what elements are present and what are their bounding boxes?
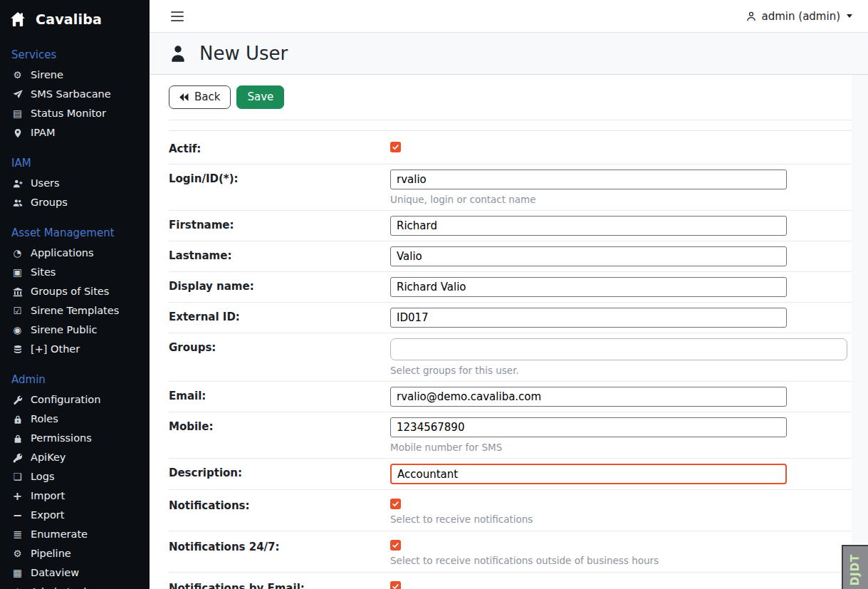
sidebar-section-asset-management: Asset Management ◔ Applications ▣ Sites … — [0, 223, 150, 359]
database-icon — [11, 345, 23, 355]
section-header-asset-management: Asset Management — [0, 223, 150, 244]
field-label: Email: — [169, 387, 390, 407]
field-label: Actif: — [169, 140, 390, 155]
description-input[interactable] — [390, 464, 787, 484]
gears-icon: ⚙ — [11, 548, 23, 560]
back-button[interactable]: Back — [169, 85, 231, 109]
topbar: admin (admin) — [150, 0, 868, 33]
firstname-input[interactable] — [390, 216, 787, 236]
plus-icon: + — [11, 490, 23, 502]
sidebar-item-sms-sarbacane[interactable]: SMS Sarbacane — [0, 85, 150, 104]
save-button[interactable]: Save — [236, 85, 284, 109]
user-menu-label: admin (admin) — [762, 10, 840, 23]
field-label: Login/ID(*): — [169, 170, 390, 205]
external-id-input[interactable] — [390, 308, 787, 328]
section-header-admin: Admin — [0, 370, 150, 390]
field-help: Select groups for this user. — [390, 365, 847, 376]
field-help: Select to receive notifications outside … — [390, 555, 659, 566]
field-label: Firstname: — [169, 216, 390, 236]
sidebar-item-sirene-templates[interactable]: ☑ Sirene Templates — [0, 301, 150, 320]
form-row-mobile: Mobile: Mobile number for SMS — [169, 412, 852, 459]
sidebar-item-groups[interactable]: Groups — [0, 193, 150, 212]
person-outline-icon — [746, 11, 757, 22]
field-help: Mobile number for SMS — [390, 442, 787, 453]
login-id-input[interactable] — [390, 170, 787, 189]
sidebar-item-permissions[interactable]: Permissions — [0, 429, 150, 448]
sidebar-item-roles[interactable]: Roles — [0, 410, 150, 429]
page-header: New User — [150, 33, 868, 75]
mobile-input[interactable] — [390, 417, 787, 437]
sidebar-item-admin-tools[interactable]: ⚙ Admin tools — [0, 583, 150, 589]
form-row-lastname: Lastname: — [169, 241, 852, 272]
form-row-groups: Groups: Select groups for this user. — [169, 333, 852, 382]
brand-name: Cavaliba — [36, 11, 102, 27]
debug-toolbar-handle[interactable]: DJDT — [842, 545, 868, 589]
sidebar-item-export[interactable]: − Export — [0, 506, 150, 525]
sidebar-item-sirene-public[interactable]: ◉ Sirene Public — [0, 320, 150, 340]
debug-toolbar-label: DJDT — [849, 554, 862, 586]
wrench-icon — [11, 395, 23, 405]
check-icon — [392, 500, 399, 508]
notifications-247-checkbox[interactable] — [390, 540, 401, 551]
actif-checkbox[interactable] — [390, 142, 401, 152]
sidebar-item-other[interactable]: [+] Other — [0, 340, 150, 359]
sidebar-item-ipam[interactable]: IPAM — [0, 123, 150, 142]
sidebar-item-status-monitor[interactable]: ▤ Status Monitor — [0, 104, 150, 123]
sidebar-item-sirene[interactable]: ⚙ Sirene — [0, 66, 150, 85]
field-label: Lastname: — [169, 246, 390, 266]
field-label: Display name: — [169, 277, 390, 297]
table-grid-icon: ▦ — [11, 567, 23, 579]
sidebar-item-groups-of-sites[interactable]: Groups of Sites — [0, 282, 150, 301]
groups-select[interactable] — [390, 338, 847, 360]
check-icon — [392, 541, 399, 549]
brand-logo[interactable]: Cavaliba — [0, 0, 150, 34]
form-row-email: Email: — [169, 382, 852, 412]
enumerate-list-icon: ≣ — [11, 528, 23, 541]
role-lock-icon — [11, 415, 23, 424]
gear-fill-icon: ⚙ — [11, 586, 23, 589]
sidebar-item-configuration[interactable]: Configuration — [0, 390, 150, 410]
page-title: New User — [199, 43, 288, 64]
notifications-email-checkbox[interactable] — [390, 581, 401, 589]
sidebar-section-services: Services ⚙ Sirene SMS Sarbacane ▤ Status… — [0, 45, 150, 142]
form-row-firstname: Firstname: — [169, 211, 852, 241]
key-icon — [11, 453, 23, 463]
building-icon: ▣ — [11, 266, 23, 278]
status-list-icon: ▤ — [11, 108, 23, 120]
field-label: Notifications 24/7: — [169, 538, 390, 566]
rewind-icon — [179, 93, 189, 101]
app-indicator-icon: ◔ — [11, 247, 23, 259]
send-icon — [11, 90, 23, 100]
check-icon — [392, 583, 399, 589]
section-header-services: Services — [0, 45, 150, 66]
sidebar-item-logs[interactable]: ❏ Logs — [0, 467, 150, 486]
sidebar-item-users[interactable]: Users — [0, 174, 150, 193]
minus-icon: − — [11, 509, 23, 521]
gear-icon: ⚙ — [11, 69, 23, 81]
lastname-input[interactable] — [390, 246, 787, 266]
sidebar-section-iam: IAM Users Groups — [0, 153, 150, 212]
sidebar-item-pipeline[interactable]: ⚙ Pipeline — [0, 544, 150, 563]
sidebar-item-apikey[interactable]: ApiKey — [0, 448, 150, 467]
new-user-form: Actif: Login/ID(*): Unique, login or con… — [169, 130, 852, 589]
sidebar-item-applications[interactable]: ◔ Applications — [0, 244, 150, 263]
bank-icon — [11, 287, 23, 297]
form-row-login: Login/ID(*): Unique, login or contact na… — [169, 165, 852, 211]
field-label: Description: — [169, 464, 390, 484]
display-name-input[interactable] — [390, 277, 787, 297]
menu-toggle-button[interactable] — [169, 9, 185, 24]
sidebar-item-import[interactable]: + Import — [0, 486, 150, 506]
check-icon — [392, 143, 399, 151]
sidebar-section-admin: Admin Configuration Roles Permissions Ap… — [0, 370, 150, 589]
sidebar-item-sites[interactable]: ▣ Sites — [0, 263, 150, 282]
sidebar-item-enumerate[interactable]: ≣ Enumerate — [0, 525, 150, 544]
sidebar-item-dataview[interactable]: ▦ Dataview — [0, 563, 150, 583]
home-icon — [10, 11, 26, 27]
notifications-checkbox[interactable] — [390, 499, 401, 509]
person-icon — [169, 44, 187, 63]
user-menu-dropdown[interactable]: admin (admin) — [746, 10, 852, 23]
sidebar: Cavaliba Services ⚙ Sirene SMS Sarbacane… — [0, 0, 150, 589]
field-label: Groups: — [169, 338, 390, 376]
menu-icon — [171, 11, 184, 13]
email-input[interactable] — [390, 387, 787, 407]
